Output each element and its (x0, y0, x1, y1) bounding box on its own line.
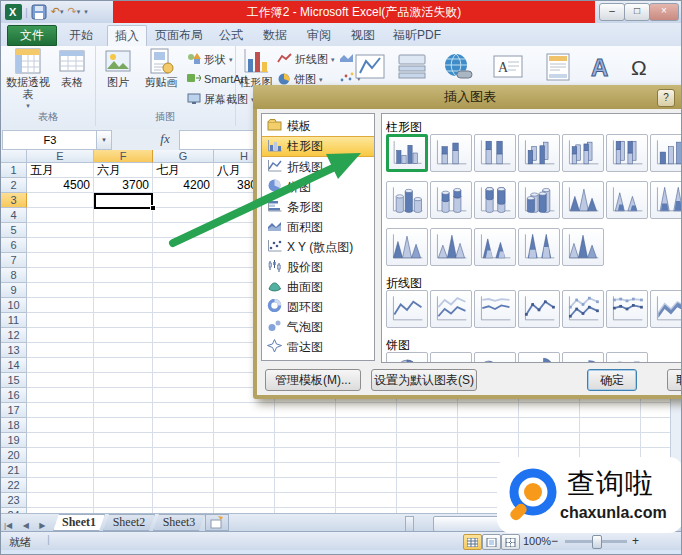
next-sheet-icon[interactable]: ▶ (36, 521, 48, 530)
selected-cell[interactable] (94, 193, 153, 209)
page-layout-view-button[interactable] (482, 534, 501, 550)
zoom-slider-thumb[interactable] (592, 535, 602, 549)
row-header-20[interactable]: 20 (1, 448, 27, 463)
row-header-7[interactable]: 7 (1, 253, 27, 268)
chart-type-cyl-100[interactable] (474, 181, 516, 219)
chart-type-col-100[interactable] (474, 134, 516, 172)
ribbon-tab-2[interactable]: 插入 (107, 25, 147, 46)
chart-type-line[interactable] (386, 290, 428, 328)
set-default-chart-button[interactable]: 设置为默认图表(S) (371, 369, 477, 391)
row-header-15[interactable]: 15 (1, 373, 27, 388)
row-header-5[interactable]: 5 (1, 223, 27, 238)
chart-category-line[interactable]: 折线图 (262, 157, 374, 177)
text-box-icon[interactable]: A (489, 49, 527, 85)
ok-button[interactable]: 确定 (587, 369, 637, 391)
hyperlink-icon[interactable] (439, 49, 477, 85)
chart-type-line-100-markers[interactable] (606, 290, 648, 328)
dialog-help-icon[interactable]: ? (657, 89, 675, 107)
chart-type-col-stacked[interactable] (430, 134, 472, 172)
row-header-12[interactable]: 12 (1, 328, 27, 343)
minimize-button[interactable]: – (599, 3, 625, 21)
first-sheet-icon[interactable]: |◀ (1, 521, 15, 530)
chart-type-pie-of-pie[interactable] (474, 352, 516, 363)
cell-G1[interactable]: 七月 (153, 163, 214, 178)
insert-function-icon[interactable]: fx (153, 130, 177, 148)
chart-category-barh[interactable]: 条形图 (262, 197, 374, 217)
row-header-4[interactable]: 4 (1, 208, 27, 223)
shapes-button[interactable]: 形状▾ (187, 52, 233, 67)
table-button[interactable]: 表格 (53, 48, 91, 88)
page-break-view-button[interactable] (501, 534, 520, 550)
row-header-14[interactable]: 14 (1, 358, 27, 373)
sheet-tab-sheet2[interactable]: Sheet2 (103, 514, 155, 531)
row-header-23[interactable]: 23 (1, 493, 27, 508)
name-box-dropdown-icon[interactable]: ▾ (96, 130, 112, 150)
chart-type-col3d-clustered[interactable] (518, 134, 560, 172)
pivottable-button[interactable]: 数据透视表▾ (5, 48, 51, 112)
cell-F1[interactable]: 六月 (94, 163, 153, 178)
zoom-in-icon[interactable]: + (632, 534, 639, 548)
chart-type-col3d-stacked[interactable] (562, 134, 604, 172)
row-header-19[interactable]: 19 (1, 433, 27, 448)
close-button[interactable]: × (649, 3, 679, 21)
excel-logo-icon[interactable]: X (4, 4, 23, 20)
chart-type-pyr-clustered[interactable] (430, 228, 472, 266)
ribbon-tab-7[interactable]: 视图 (343, 25, 383, 46)
select-all-corner[interactable] (1, 150, 27, 163)
manage-templates-button[interactable]: 管理模板(M)... (265, 369, 361, 391)
row-header-13[interactable]: 13 (1, 343, 27, 358)
sparkline-icon[interactable] (351, 49, 389, 85)
chart-type-pie[interactable] (386, 352, 428, 363)
customize-qat-icon[interactable]: ▾ (83, 4, 89, 20)
row-header-21[interactable]: 21 (1, 463, 27, 478)
chart-category-doughnut[interactable]: 圆环图 (262, 297, 374, 317)
fill-handle[interactable] (150, 205, 156, 211)
chart-type-pyr-stacked[interactable] (474, 228, 516, 266)
header-footer-icon[interactable] (539, 49, 577, 85)
row-header-6[interactable]: 6 (1, 238, 27, 253)
chart-type-line-100[interactable] (474, 290, 516, 328)
cancel-button[interactable]: 取消 (667, 369, 682, 391)
cell-F2[interactable]: 3700 (94, 178, 153, 193)
line-chart-button[interactable]: 折线图▾ (277, 52, 335, 67)
chart-category-scatter[interactable]: X Y (散点图) (262, 237, 374, 257)
chart-type-cone-clustered[interactable] (562, 181, 604, 219)
column-header-F[interactable]: F (94, 150, 153, 163)
chart-type-col3d-100[interactable] (606, 134, 648, 172)
ribbon-tab-8[interactable]: 福昕PDF (387, 25, 447, 46)
column-header-G[interactable]: G (153, 150, 214, 163)
row-header-22[interactable]: 22 (1, 478, 27, 493)
chart-type-bar-of-pie[interactable] (606, 352, 648, 363)
row-header-9[interactable]: 9 (1, 283, 27, 298)
chart-type-cone-3d[interactable] (386, 228, 428, 266)
undo-icon[interactable]: ↶▾ (50, 4, 65, 20)
row-header-17[interactable]: 17 (1, 403, 27, 418)
column-chart-button[interactable]: 柱形图 (239, 48, 273, 88)
chart-category-column[interactable]: 柱形图 (262, 136, 374, 157)
chart-type-pie-3d[interactable] (430, 352, 472, 363)
save-icon[interactable] (30, 4, 48, 20)
normal-view-button[interactable] (463, 534, 482, 550)
slicer-icon[interactable] (393, 49, 431, 85)
row-header-2[interactable]: 2 (1, 178, 27, 193)
chart-type-pyr-3d[interactable] (562, 228, 604, 266)
row-header-16[interactable]: 16 (1, 388, 27, 403)
ribbon-tab-6[interactable]: 审阅 (299, 25, 339, 46)
redo-icon[interactable]: ↷▾ (67, 4, 82, 20)
cell-E2[interactable]: 4500 (27, 178, 94, 193)
row-header-18[interactable]: 18 (1, 418, 27, 433)
chart-type-pyr-100[interactable] (518, 228, 560, 266)
chart-type-pie-exploded-3d[interactable] (562, 352, 604, 363)
row-header-1[interactable]: 1 (1, 163, 27, 178)
chart-category-folder[interactable]: 模板 (262, 116, 374, 136)
insert-worksheet-icon[interactable] (205, 514, 229, 531)
omega-icon[interactable]: Ω (621, 49, 659, 85)
chart-type-line-stacked-markers[interactable] (562, 290, 604, 328)
chart-type-cone-100[interactable] (650, 181, 682, 219)
chart-type-line-3d[interactable] (650, 290, 682, 328)
chart-category-stock[interactable]: 股价图 (262, 257, 374, 277)
chart-type-line-markers[interactable] (518, 290, 560, 328)
chart-type-col-clustered[interactable] (386, 134, 428, 172)
chart-type-cyl-clustered[interactable] (386, 181, 428, 219)
tab-file[interactable]: 文件 (7, 25, 57, 46)
